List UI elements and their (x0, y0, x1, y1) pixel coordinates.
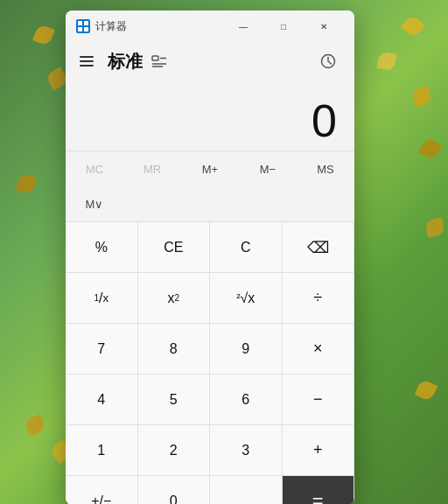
two-button[interactable]: 2 (138, 425, 211, 476)
svg-rect-1 (78, 21, 82, 25)
clear-button[interactable]: C (210, 222, 283, 273)
window-controls: — □ ✕ (223, 12, 344, 40)
six-button[interactable]: 6 (210, 374, 283, 425)
mr-button[interactable]: MR (123, 151, 181, 186)
svg-rect-2 (84, 21, 88, 25)
backspace-button[interactable]: ⌫ (283, 222, 355, 273)
multiply-button[interactable]: × (283, 324, 355, 374)
memory-row: MC MR M+ M− MS M∨ (66, 150, 354, 221)
ms-button[interactable]: MS (297, 151, 354, 186)
sqrt-button[interactable]: ²√x (210, 273, 283, 324)
calculator-window: 计算器 — □ ✕ 标准 (66, 10, 354, 504)
mminus-button[interactable]: M− (239, 151, 297, 186)
buttons-grid: % CE C ⌫ 1/x x2 ²√x ÷ 7 8 9 × 4 5 6 − 1 … (66, 221, 354, 504)
calc-mode-title: 标准 (108, 50, 143, 74)
four-button[interactable]: 4 (66, 374, 138, 425)
square-button[interactable]: x2 (138, 273, 211, 324)
maximize-button[interactable]: □ (263, 12, 304, 40)
decimal-button[interactable]: . (210, 476, 283, 504)
svg-rect-5 (152, 56, 158, 60)
calc-header: 标准 (66, 42, 354, 80)
mv-button[interactable]: M∨ (66, 186, 123, 221)
five-button[interactable]: 5 (138, 374, 211, 425)
display-area: 0 (66, 80, 354, 150)
close-button[interactable]: ✕ (304, 12, 344, 40)
zero-button[interactable]: 0 (138, 476, 211, 504)
ce-button[interactable]: CE (138, 222, 211, 273)
svg-rect-3 (78, 27, 82, 32)
seven-button[interactable]: 7 (66, 324, 138, 374)
percent-button[interactable]: % (66, 222, 138, 273)
divide-button[interactable]: ÷ (283, 273, 355, 324)
eight-button[interactable]: 8 (138, 324, 211, 374)
menu-button[interactable] (80, 52, 97, 70)
title-bar: 计算器 — □ ✕ (66, 10, 354, 42)
equals-button[interactable]: = (283, 476, 355, 504)
reciprocal-button[interactable]: 1/x (66, 273, 138, 324)
history-button[interactable] (316, 49, 340, 74)
nine-button[interactable]: 9 (210, 324, 283, 374)
one-button[interactable]: 1 (66, 425, 138, 476)
display-value: 0 (312, 98, 337, 144)
app-icon (76, 19, 90, 33)
minimize-button[interactable]: — (223, 12, 263, 40)
svg-rect-4 (84, 27, 88, 32)
mc-button[interactable]: MC (66, 151, 123, 186)
negate-button[interactable]: +/− (66, 476, 138, 504)
mplus-button[interactable]: M+ (181, 151, 239, 186)
mode-icon[interactable] (150, 52, 169, 71)
add-button[interactable]: + (283, 425, 355, 476)
subtract-button[interactable]: − (283, 374, 355, 425)
three-button[interactable]: 3 (210, 425, 283, 476)
window-title: 计算器 (95, 19, 223, 34)
